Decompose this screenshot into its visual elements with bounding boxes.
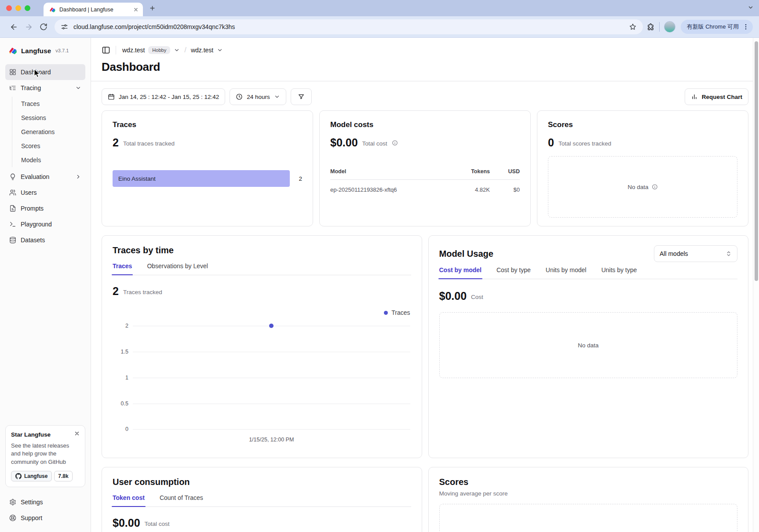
model-costs-card: Model costs $0.00 Total cost Model Token…	[319, 110, 531, 226]
traces-total-label: Total traces tracked	[123, 140, 175, 147]
trace-name-bar[interactable]: Eino Assistant	[113, 170, 290, 187]
tab-cost-by-type[interactable]: Cost by type	[496, 266, 531, 279]
tab-count-of-traces[interactable]: Count of Traces	[160, 494, 203, 506]
user-consumption-value: $0.00	[113, 517, 140, 529]
sidebar-item-scores[interactable]: Scores	[12, 139, 85, 153]
plan-badge: Hobby	[148, 46, 170, 54]
traces-by-time-chart: Traces 2 1.5 1 0.5 0 1/15/25, 12:00 PM	[113, 308, 411, 448]
sidebar-item-dashboard[interactable]: Dashboard	[5, 64, 85, 80]
sidebar-item-label: Playground	[21, 221, 52, 228]
database-icon	[9, 237, 16, 244]
tab-title: Dashboard | Langfuse	[59, 7, 130, 13]
y-tick: 1	[113, 375, 128, 381]
tokens-cell: 4.82K	[448, 186, 490, 193]
new-tab-button[interactable]	[149, 5, 156, 11]
sidebar-item-generations[interactable]: Generations	[12, 125, 85, 139]
browser-menu-kebab-icon[interactable]	[742, 23, 749, 30]
sidebar-item-tracing[interactable]: Tracing	[5, 80, 85, 96]
traces-by-time-tabs: Traces Observations by Level	[113, 262, 411, 275]
info-icon[interactable]	[652, 184, 658, 190]
model-costs-table: Model Tokens USD ep-20250112193826-xftq6…	[330, 168, 520, 193]
page-scrollbar[interactable]	[753, 38, 759, 532]
scrollbar-thumb[interactable]	[755, 41, 758, 281]
request-chart-button[interactable]: Request Chart	[685, 88, 748, 105]
forward-button[interactable]	[21, 19, 36, 34]
bookmark-star-icon[interactable]	[629, 23, 637, 31]
sub-item-label: Generations	[21, 128, 55, 135]
filter-bar: Jan 14, 25 : 12:42 - Jan 15, 25 : 12:42 …	[102, 88, 748, 105]
interval-select[interactable]: 24 hours	[230, 88, 286, 105]
card-title: Model costs	[330, 120, 520, 129]
user-consumption-label: Total cost	[145, 521, 170, 527]
back-button[interactable]	[6, 19, 21, 34]
window-controls	[0, 5, 36, 11]
sidebar-item-evaluation[interactable]: Evaluation	[5, 169, 85, 185]
data-point	[269, 324, 274, 328]
tab-units-by-model[interactable]: Units by model	[546, 266, 587, 279]
scores-moving-average-card: Scores Moving average per score No data	[428, 467, 749, 532]
trace-bar-row: Eino Assistant 2	[113, 170, 302, 187]
user-consumption-card: User consumption Token cost Count of Tra…	[102, 467, 422, 532]
traces-tracked-value: 2	[113, 285, 119, 298]
clock-icon	[236, 93, 243, 100]
sidebar-item-users[interactable]: Users	[5, 185, 85, 200]
y-tick: 2	[113, 323, 128, 329]
chevrons-up-down-icon	[726, 251, 732, 257]
browser-tab[interactable]: Dashboard | Langfuse	[44, 3, 143, 16]
legend-label: Traces	[391, 309, 410, 316]
card-title: Traces	[113, 120, 302, 129]
sidebar-item-playground[interactable]: Playground	[5, 216, 85, 232]
user-consumption-tabs: Token cost Count of Traces	[113, 494, 411, 507]
date-range-picker[interactable]: Jan 14, 25 : 12:42 - Jan 15, 25 : 12:42	[102, 88, 225, 105]
sidebar-item-sessions[interactable]: Sessions	[12, 111, 85, 125]
project-switcher[interactable]: wdz.test	[191, 47, 223, 54]
sidebar-item-prompts[interactable]: Prompts	[5, 200, 85, 216]
all-models-select[interactable]: All models	[654, 245, 737, 262]
org-switcher[interactable]: wdz.test Hobby	[122, 46, 180, 54]
star-card-title: Star Langfuse	[11, 431, 80, 438]
window-close-button[interactable]	[6, 5, 12, 11]
tab-token-cost[interactable]: Token cost	[113, 494, 145, 506]
tab-units-by-type[interactable]: Units by type	[601, 266, 637, 279]
card-subtitle: Moving average per score	[439, 490, 738, 497]
trace-bar-label: Eino Assistant	[118, 175, 156, 182]
brand[interactable]: Langfuse v3.7.1	[5, 45, 85, 55]
github-repo-badge[interactable]: Langfuse	[11, 471, 52, 481]
sidebar-item-traces[interactable]: Traces	[12, 97, 85, 111]
reload-button[interactable]	[36, 19, 51, 34]
sidebar-item-datasets[interactable]: Datasets	[5, 232, 85, 248]
url-bar[interactable]: cloud.langfuse.com/project/cm50idm0208mx…	[55, 19, 643, 34]
sidebar-item-models[interactable]: Models	[12, 153, 85, 167]
sub-item-label: Models	[21, 157, 41, 164]
tab-observations-by-level[interactable]: Observations by Level	[147, 262, 208, 275]
tab-traces[interactable]: Traces	[113, 262, 132, 275]
extensions-puzzle-icon[interactable]	[646, 23, 655, 31]
site-settings-icon[interactable]	[61, 23, 68, 31]
tab-search-chevron-icon[interactable]	[748, 4, 754, 11]
card-title: Traces by time	[113, 245, 411, 255]
tab-close-icon[interactable]	[133, 7, 139, 12]
langfuse-favicon-icon	[49, 6, 56, 13]
sidebar-item-label: Settings	[21, 499, 43, 506]
sidebar-toggle-icon[interactable]	[102, 46, 110, 55]
brand-version: v3.7.1	[55, 48, 69, 53]
breadcrumb: wdz.test Hobby / wdz.test	[102, 44, 748, 56]
filter-button[interactable]	[291, 88, 312, 105]
profile-avatar[interactable]	[664, 21, 675, 33]
chevron-down-icon	[274, 94, 280, 100]
chrome-update-button[interactable]: 有新版 Chrome 可用	[681, 20, 753, 34]
sidebar-item-settings[interactable]: Settings	[5, 494, 85, 510]
sidebar-item-support[interactable]: Support	[5, 510, 85, 526]
gear-icon	[9, 499, 16, 506]
model-usage-cost-label: Cost	[471, 294, 483, 300]
window-minimize-button[interactable]	[15, 5, 21, 11]
tab-cost-by-model[interactable]: Cost by model	[439, 266, 482, 279]
github-stars-badge[interactable]: 7.8k	[54, 471, 72, 481]
github-repo-label: Langfuse	[24, 473, 47, 479]
traces-tracked-label: Traces tracked	[123, 289, 162, 295]
window-zoom-button[interactable]	[25, 5, 30, 11]
info-icon[interactable]	[392, 140, 398, 146]
project-name: wdz.test	[191, 47, 213, 54]
select-value: All models	[660, 250, 688, 257]
close-icon[interactable]	[74, 430, 80, 437]
